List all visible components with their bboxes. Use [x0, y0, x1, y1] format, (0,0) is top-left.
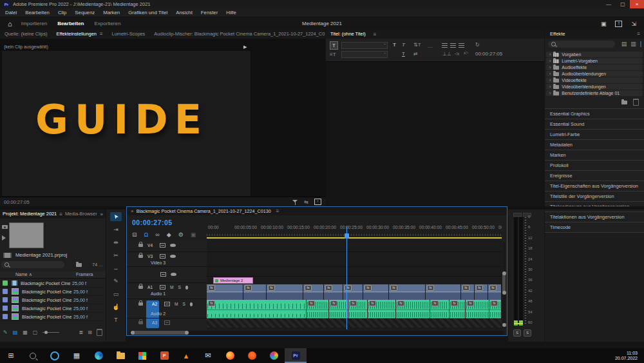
list-view-icon[interactable]: ▤ — [13, 329, 18, 335]
app-icon-file-explorer[interactable] — [109, 348, 131, 363]
lock-icon[interactable] — [138, 244, 143, 247]
snap-magnet-icon[interactable]: Ω — [144, 231, 149, 238]
sync-lock-icon[interactable] — [160, 254, 166, 259]
video-clip-lower[interactable] — [475, 292, 488, 300]
faux-bold-icon[interactable]: T — [393, 42, 396, 48]
lock-icon[interactable] — [138, 255, 143, 258]
playhead-timecode[interactable]: 00:00:27:05 — [132, 219, 173, 226]
panel-menu-icon[interactable]: ≡ — [637, 30, 640, 39]
panel-tab-audioclip-mischer-blackmagic-pocket-cinema-camera-1-2021-10-27-1224-c0130[interactable]: Audioclip-Mischer: Blackmagic Pocket Cin… — [149, 30, 325, 39]
workspaces-icon[interactable]: ▣ — [601, 21, 607, 27]
workspace-tab-exportieren[interactable]: Exportieren — [94, 21, 120, 26]
audio-clip[interactable]: fx — [450, 300, 465, 310]
audio-clip[interactable] — [466, 310, 489, 319]
solo-button[interactable]: S — [178, 285, 181, 289]
razor-tool[interactable]: ✂ — [110, 251, 122, 260]
audio-clip[interactable]: fx — [396, 300, 430, 310]
poster-frame-icon[interactable] — [2, 225, 8, 229]
tab-titel[interactable]: Titel: (ohne Titel) — [326, 30, 370, 39]
panel-tab-ereignisse[interactable]: Ereignisse — [545, 170, 644, 181]
video-clip[interactable]: fx — [324, 284, 343, 292]
sync-lock-icon[interactable] — [160, 272, 166, 277]
new-custom-bin-icon[interactable] — [621, 101, 627, 104]
export-frame-icon[interactable]: ↑ — [314, 199, 321, 205]
video-clip-lower[interactable] — [461, 292, 474, 300]
sync-lock-icon[interactable] — [164, 302, 170, 306]
app-icon-photos-tile[interactable] — [131, 348, 153, 363]
audio-clip[interactable] — [368, 310, 395, 319]
lock-icon[interactable] — [138, 286, 143, 289]
project-thumbnail[interactable] — [9, 222, 44, 248]
caption-track-icon[interactable]: ▣ — [191, 231, 196, 238]
home-icon[interactable]: ⌂ — [8, 20, 12, 28]
project-item-row[interactable]: Blackmagic Pocket Cine25,00 f — [0, 288, 103, 296]
nest-sequence-icon[interactable]: ⊟ — [132, 231, 137, 238]
font-family-select[interactable] — [341, 42, 388, 49]
align-left-icon[interactable] — [442, 43, 448, 48]
audio-clip[interactable] — [450, 310, 465, 319]
effects-folder-lumetri-vorgaben[interactable]: ›Lumetri-Vorgaben — [546, 58, 643, 64]
zoom-handle-right[interactable] — [185, 331, 189, 335]
clip-label-color[interactable] — [3, 289, 8, 294]
text-style-icon[interactable]: ≡T — [330, 52, 336, 57]
video-clip-lower[interactable] — [267, 292, 303, 300]
track-label[interactable]: A1 — [147, 285, 155, 289]
video-clip[interactable]: fx — [303, 284, 323, 292]
video-clip-lower[interactable] — [243, 292, 266, 300]
video-clip[interactable]: fx — [243, 284, 266, 292]
panel-tab-timecode[interactable]: Timecode — [545, 222, 644, 232]
type-tool[interactable]: T — [110, 315, 122, 324]
project-item-row[interactable]: Blackmagic Pocket Cine25,00 f — [0, 296, 103, 304]
quick-export-icon[interactable]: ↑ — [615, 21, 622, 27]
panel-menu-icon[interactable]: ≡ — [100, 31, 103, 37]
voiceover-mic-icon[interactable] — [185, 286, 188, 289]
clip-label-color[interactable] — [3, 306, 8, 311]
audio-clip[interactable]: fx — [329, 300, 348, 310]
track-output-eye-icon[interactable] — [170, 244, 176, 247]
video-clip[interactable]: fx — [267, 284, 303, 292]
menu-fenster[interactable]: Fenster — [201, 10, 218, 15]
menu-datei[interactable]: Datei — [5, 10, 17, 15]
video-clip-lower[interactable] — [303, 292, 323, 300]
delete-icon[interactable] — [97, 329, 102, 336]
rotate-icon[interactable]: ↻ — [475, 42, 480, 48]
mute-button[interactable]: M — [170, 285, 174, 289]
menu-clip[interactable]: Clip — [58, 10, 66, 15]
effects-folder-audioüberblendungen[interactable]: ›Audioüberblendungen — [546, 71, 643, 77]
track-label[interactable]: A2 — [152, 302, 160, 306]
sync-lock-icon[interactable] — [160, 285, 166, 289]
audio-clip[interactable] — [207, 310, 306, 319]
pen-tool[interactable]: ✎ — [110, 277, 122, 286]
time-ruler[interactable]: 00:0000:00:05:0000:00:10:0000:00:15:0000… — [207, 225, 502, 231]
selection-tool[interactable]: ➤ — [110, 212, 122, 221]
audio-clip[interactable]: fx — [368, 300, 395, 310]
filter-icon[interactable] — [292, 199, 298, 205]
overflow-chevron-icon[interactable]: » — [100, 211, 106, 217]
clip-label-color[interactable] — [3, 297, 8, 302]
app-icon-start[interactable]: ⊞ — [0, 348, 22, 363]
lock-icon[interactable] — [138, 302, 143, 306]
add-marker-icon[interactable]: ◆ — [167, 231, 171, 238]
video-clip[interactable]: fx — [461, 284, 474, 292]
panel-tab-marken[interactable]: Marken — [545, 150, 644, 160]
solo-right-button[interactable]: S — [524, 329, 531, 337]
video-clip-lower[interactable] — [426, 292, 460, 300]
track-select-forward-tool[interactable]: ⇥ — [110, 225, 122, 234]
panel-tab-titel-eigenschaften-aus-vorgängerversion[interactable]: Titel-Eigenschaften aus Vorgängerversion — [545, 181, 644, 191]
maximize-button[interactable]: ▢ — [616, 0, 630, 8]
audio-before-icon[interactable]: ◁﴾ — [455, 51, 459, 56]
menu-hilfe[interactable]: Hilfe — [226, 10, 236, 15]
slip-tool[interactable]: ↔ — [110, 264, 122, 273]
panel-tab-titelstile-der-vorgängerversion[interactable]: Titelstile der Vorgängerversion — [545, 191, 644, 201]
panel-tab-quelle-keine-clips[interactable]: Quelle: (keine Clips) — [0, 30, 52, 39]
close-button[interactable]: × — [630, 0, 644, 8]
mute-button[interactable]: M — [175, 302, 178, 306]
video-clip-lower[interactable] — [207, 292, 243, 300]
underline-icon[interactable]: T — [402, 51, 405, 57]
column-name[interactable]: Name ∧ — [15, 272, 32, 277]
audio-clip[interactable]: fx — [207, 300, 306, 310]
project-file-row[interactable]: Medientage 2021.prproj — [3, 252, 67, 258]
delete-icon[interactable] — [633, 99, 639, 106]
panel-tab-protokoll[interactable]: Protokoll — [545, 160, 644, 170]
track-label[interactable]: V4 — [147, 243, 155, 248]
